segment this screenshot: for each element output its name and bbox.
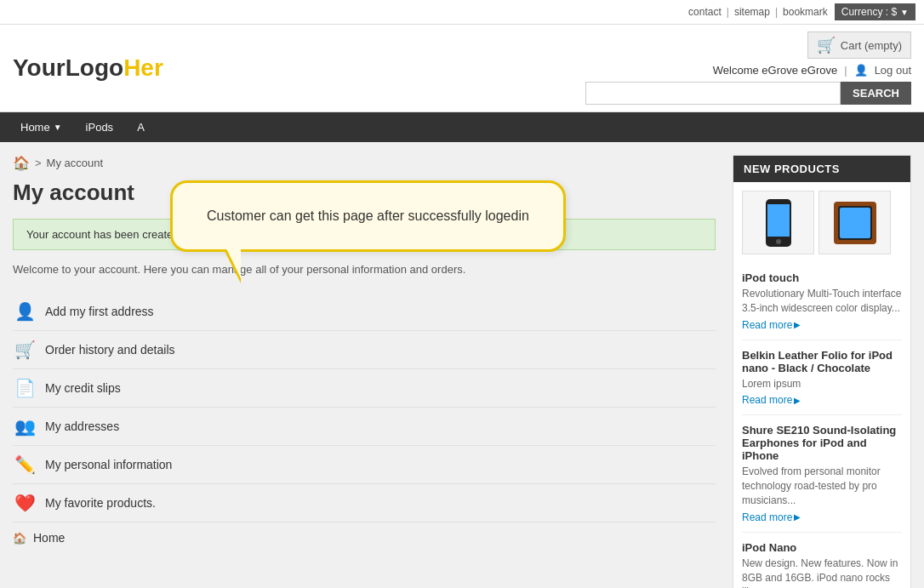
ipod-touch-image [753, 197, 804, 248]
top-bar: contact | sitemap | bookmark Currency : … [0, 0, 924, 25]
user-info: Welcome eGrove eGrove | 👤 Log out [713, 64, 911, 77]
ipod-touch-thumb[interactable] [742, 191, 814, 254]
read-more-arrow-shure: ▶ [794, 512, 801, 522]
search-bar: SEARCH [585, 82, 911, 105]
order-history-icon: 🛒 [13, 340, 37, 360]
product-item-shure: Shure SE210 Sound-Isolating Earphones fo… [742, 415, 902, 532]
sidebar: NEW PRODUCTS [733, 155, 911, 588]
logo-text: YourLogo [13, 54, 123, 81]
svg-rect-1 [767, 204, 790, 237]
svg-point-2 [776, 239, 781, 244]
add-address-icon: 👤 [13, 301, 37, 322]
belkin-folio-image [830, 197, 881, 248]
home-link[interactable]: Home [33, 531, 65, 545]
breadcrumb-current: My account [47, 157, 103, 169]
home-link-icon: 🏠 [13, 532, 26, 545]
personal-info-icon: ✏️ [13, 454, 37, 475]
product-name-belkin: Belkin Leather Folio for iPod nano - Bla… [742, 349, 902, 374]
nav-home-label: Home [20, 121, 50, 134]
welcome-account-text: Welcome to your account. Here you can ma… [13, 263, 716, 276]
menu-item-personal-info[interactable]: ✏️ My personal information [13, 446, 716, 484]
read-more-belkin[interactable]: Read more ▶ [742, 394, 902, 406]
read-more-ipod-touch[interactable]: Read more ▶ [742, 319, 902, 331]
menu-item-addresses[interactable]: 👥 My addresses [13, 408, 716, 446]
product-thumbnails [733, 182, 910, 263]
read-more-shure[interactable]: Read more ▶ [742, 511, 902, 523]
product-name-ipod-nano: iPod Nano [742, 541, 902, 554]
breadcrumb-separator: > [35, 157, 42, 169]
order-history-link[interactable]: Order history and details [45, 343, 175, 357]
logo: YourLogoHer [13, 54, 163, 82]
nav-item-a[interactable]: A [125, 112, 157, 142]
currency-label: Currency : $ [841, 6, 897, 18]
credit-slips-link[interactable]: My credit slips [45, 381, 121, 395]
bookmark-link[interactable]: bookmark [783, 6, 828, 18]
read-more-arrow: ▶ [794, 320, 801, 329]
product-name-shure: Shure SE210 Sound-Isolating Earphones fo… [742, 424, 902, 462]
cart-area: 🛒 Cart (empty) [807, 31, 911, 59]
product-desc-shure: Evolved from personal monitor technology… [742, 465, 902, 507]
menu-item-order-history[interactable]: 🛒 Order history and details [13, 331, 716, 369]
search-input[interactable] [585, 82, 841, 105]
user-icon: 👤 [854, 64, 868, 77]
favorites-link[interactable]: My favorite products. [45, 496, 156, 510]
cart-label: Cart (empty) [841, 39, 902, 52]
cart-icon: 🛒 [817, 36, 836, 54]
main-content: Customer can get this page after success… [13, 155, 733, 588]
nav-home-arrow: ▼ [54, 123, 62, 132]
header-right: 🛒 Cart (empty) Welcome eGrove eGrove | 👤… [585, 31, 911, 105]
sep2: | [775, 6, 778, 18]
addresses-link[interactable]: My addresses [45, 420, 119, 433]
logo-yellow: Her [123, 54, 163, 81]
menu-item-credit-slips[interactable]: 📄 My credit slips [13, 369, 716, 408]
favorites-icon: ❤️ [13, 493, 37, 513]
breadcrumb: 🏠 > My account [13, 155, 716, 171]
credit-slips-icon: 📄 [13, 378, 37, 398]
product-item-ipod-nano: iPod Nano New design. New features. Now … [742, 533, 902, 588]
product-item-belkin: Belkin Leather Folio for iPod nano - Bla… [742, 340, 902, 416]
product-desc-ipod-nano: New design. New features. Now in 8GB and… [742, 557, 902, 588]
addresses-icon: 👥 [13, 416, 37, 437]
product-list: iPod touch Revolutionary Multi-Touch int… [733, 263, 910, 588]
svg-rect-5 [840, 208, 870, 238]
callout-text: Customer can get this page after success… [207, 208, 529, 223]
nav-a-label: A [137, 121, 145, 134]
contact-link[interactable]: contact [688, 6, 722, 18]
nav-ipods-label: iPods [86, 121, 114, 134]
header: YourLogoHer 🛒 Cart (empty) Welcome eGrov… [0, 25, 924, 112]
product-item-ipod-touch: iPod touch Revolutionary Multi-Touch int… [742, 263, 902, 340]
read-more-arrow-belkin: ▶ [794, 396, 801, 405]
chevron-down-icon: ▼ [900, 8, 909, 17]
search-button[interactable]: SEARCH [841, 82, 911, 105]
nav-item-ipods[interactable]: iPods [74, 112, 126, 142]
product-desc-ipod-touch: Revolutionary Multi-Touch interface 3.5-… [742, 287, 902, 316]
home-link-item[interactable]: 🏠 Home [13, 522, 716, 553]
user-sep: | [844, 64, 847, 77]
cart-button[interactable]: 🛒 Cart (empty) [807, 31, 911, 59]
add-address-link[interactable]: Add my first address [45, 305, 154, 318]
new-products-title: NEW PRODUCTS [733, 156, 910, 182]
sep1: | [727, 6, 729, 18]
callout-bubble: Customer can get this page after success… [170, 180, 566, 252]
account-menu: 👤 Add my first address 🛒 Order history a… [13, 293, 716, 522]
belkin-folio-thumb[interactable] [818, 191, 891, 254]
currency-button[interactable]: Currency : $ ▼ [835, 3, 915, 20]
main-wrapper: Customer can get this page after success… [0, 142, 924, 588]
callout-overlay: Customer can get this page after success… [170, 180, 566, 252]
personal-info-link[interactable]: My personal information [45, 458, 172, 471]
header-top-right: 🛒 Cart (empty) [807, 31, 911, 59]
success-text: Your account has been created. [26, 228, 182, 241]
menu-item-favorites[interactable]: ❤️ My favorite products. [13, 484, 716, 522]
sitemap-link[interactable]: sitemap [734, 6, 770, 18]
new-products-section: NEW PRODUCTS [733, 155, 911, 588]
logout-link[interactable]: Log out [875, 64, 911, 77]
product-name-ipod-touch: iPod touch [742, 271, 902, 284]
menu-item-add-address[interactable]: 👤 Add my first address [13, 293, 716, 331]
breadcrumb-home-icon[interactable]: 🏠 [13, 155, 30, 171]
welcome-text: Welcome eGrove eGrove [713, 64, 837, 77]
nav-item-home[interactable]: Home ▼ [9, 112, 74, 142]
product-desc-belkin: Lorem ipsum [742, 377, 902, 391]
main-nav: Home ▼ iPods A [0, 112, 924, 142]
